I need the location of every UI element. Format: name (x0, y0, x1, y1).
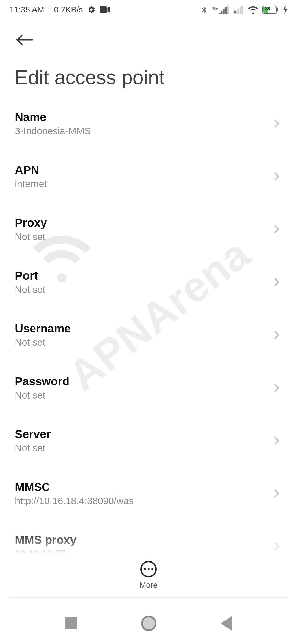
camera-icon (100, 6, 110, 13)
page-title: Edit access point (0, 50, 297, 97)
field-label: APN (15, 163, 271, 177)
row-name[interactable]: Name 3-Indonesia-MMS (15, 97, 282, 150)
chevron-right-icon (271, 118, 282, 129)
field-label: MMSC (15, 481, 271, 494)
status-time: 11:35 AM (9, 5, 44, 14)
field-label: Name (15, 111, 271, 124)
nav-back-button[interactable] (221, 616, 232, 631)
battery-percent: 38 (265, 6, 270, 12)
field-label: Password (15, 375, 271, 388)
more-icon (140, 561, 157, 577)
status-data-rate: 0.7KB/s (54, 5, 83, 14)
row-server[interactable]: Server Not set (15, 414, 282, 467)
bottom-divider (9, 597, 288, 598)
status-bar: 11:35 AM | 0.7KB/s 4G 38 (0, 0, 297, 19)
field-value: Not set (15, 337, 271, 348)
chevron-right-icon (271, 488, 282, 499)
field-value: Not set (15, 231, 271, 242)
settings-icon (87, 5, 96, 14)
row-port[interactable]: Port Not set (15, 255, 282, 308)
signal-sim2-icon (233, 6, 244, 14)
wifi-icon (248, 5, 258, 14)
back-button[interactable] (15, 30, 34, 50)
field-label: Port (15, 269, 271, 282)
row-password[interactable]: Password Not set (15, 361, 282, 414)
field-label: Proxy (15, 216, 271, 230)
signal-sim1-icon (219, 6, 229, 14)
nav-home-button[interactable] (141, 616, 156, 631)
field-value: Not set (15, 390, 271, 401)
arrow-left-icon (16, 34, 33, 46)
row-username[interactable]: Username Not set (15, 308, 282, 361)
more-button[interactable]: More (0, 553, 297, 597)
charging-icon (283, 5, 288, 14)
nav-recent-button[interactable] (65, 617, 77, 629)
chevron-right-icon (271, 435, 282, 446)
chevron-right-icon (271, 329, 282, 340)
status-separator: | (48, 5, 50, 14)
network-type-label: 4G (211, 6, 218, 11)
field-value: Not set (15, 284, 271, 295)
svg-rect-0 (100, 6, 107, 13)
row-apn[interactable]: APN internet (15, 150, 282, 203)
field-value: Not set (15, 443, 271, 454)
chevron-right-icon (271, 541, 282, 552)
chevron-right-icon (271, 224, 282, 235)
field-label: MMS proxy (15, 533, 271, 547)
chevron-right-icon (271, 171, 282, 182)
chevron-right-icon (271, 277, 282, 288)
battery-icon: 38 (262, 6, 279, 14)
field-value: http://10.16.18.4:38090/was (15, 495, 271, 506)
row-proxy[interactable]: Proxy Not set (15, 203, 282, 255)
chevron-right-icon (271, 382, 282, 393)
bluetooth-icon (200, 4, 208, 15)
svg-rect-2 (277, 8, 278, 11)
field-label: Username (15, 322, 271, 335)
field-label: Server (15, 428, 271, 441)
apn-settings-list: Name 3-Indonesia-MMS APN internet Proxy … (0, 97, 297, 572)
row-mmsc[interactable]: MMSC http://10.16.18.4:38090/was (15, 467, 282, 520)
field-value: internet (15, 178, 271, 189)
more-label: More (139, 581, 158, 590)
system-nav-bar (0, 603, 297, 644)
field-value: 3-Indonesia-MMS (15, 125, 271, 137)
